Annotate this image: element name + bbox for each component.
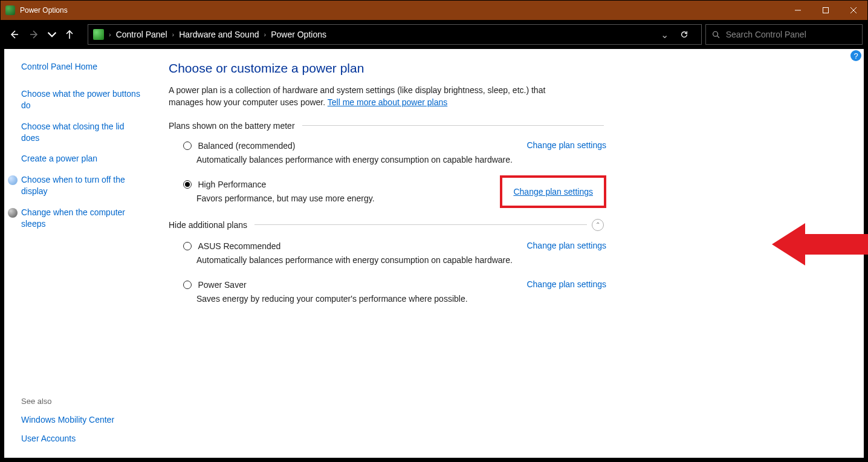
sidebar-create-plan-link[interactable]: Create a power plan (21, 153, 142, 164)
moon-icon (8, 208, 18, 218)
asus-plan-name: ASUS Recommended (198, 241, 280, 251)
search-box[interactable] (705, 24, 863, 45)
svg-point-7 (713, 31, 718, 36)
control-panel-icon (93, 29, 104, 40)
address-bar[interactable]: › Control Panel › Hardware and Sound › P… (88, 24, 702, 45)
chevron-right-icon: › (172, 31, 175, 38)
control-panel-home-link[interactable]: Control Panel Home (21, 61, 152, 73)
intro-text: A power plan is a collection of hardware… (169, 84, 580, 109)
asus-plan-desc: Automatically balances performance with … (196, 255, 526, 265)
section-battery-meter: Plans shown on the battery meter (169, 121, 295, 131)
minimize-button[interactable] (784, 1, 812, 20)
power-saver-plan-name: Power Saver (198, 280, 246, 290)
search-icon (712, 30, 720, 39)
sidebar: Control Panel Home Choose what the power… (4, 49, 161, 458)
recent-dropdown[interactable] (47, 26, 57, 43)
app-icon (5, 5, 15, 15)
svg-marker-9 (772, 223, 868, 265)
mobility-center-link[interactable]: Windows Mobility Center (21, 414, 152, 426)
maximize-button[interactable] (812, 1, 840, 20)
balanced-change-settings-link[interactable]: Change plan settings (526, 140, 606, 150)
user-accounts-link[interactable]: User Accounts (21, 433, 152, 444)
sidebar-turn-off-display-link[interactable]: Choose when to turn off the display (21, 174, 129, 197)
display-icon (8, 175, 18, 185)
nav-bar: › Control Panel › Hardware and Sound › P… (1, 20, 867, 49)
search-input[interactable] (726, 30, 856, 39)
title-bar: Power Options (1, 1, 867, 20)
balanced-radio[interactable] (183, 142, 192, 150)
balanced-plan-desc: Automatically balances performance with … (196, 155, 526, 164)
sidebar-power-buttons-link[interactable]: Choose what the power buttons do (21, 88, 142, 111)
high-performance-plan-name: High Performance (198, 180, 266, 189)
high-performance-radio[interactable] (183, 180, 192, 189)
tell-me-more-link[interactable]: Tell me more about power plans (328, 97, 447, 107)
svg-line-8 (717, 36, 719, 37)
asus-radio[interactable] (183, 242, 192, 250)
chevron-right-icon: › (109, 31, 111, 38)
breadcrumb-root[interactable]: Control Panel (116, 30, 167, 39)
sidebar-closing-lid-link[interactable]: Choose what closing the lid does (21, 121, 142, 144)
arrow-annotation (772, 217, 868, 274)
refresh-button[interactable] (672, 24, 696, 45)
window-title: Power Options (20, 6, 784, 15)
power-saver-change-settings-link[interactable]: Change plan settings (526, 279, 606, 289)
highlight-annotation: Change plan settings (500, 175, 606, 208)
breadcrumb-mid[interactable]: Hardware and Sound (179, 30, 259, 39)
power-saver-plan-desc: Saves energy by reducing your computer's… (196, 294, 526, 304)
page-heading: Choose or customize a power plan (169, 61, 846, 76)
main-content: Choose or customize a power plan A power… (161, 49, 864, 458)
collapse-icon[interactable]: ⌃ (592, 219, 604, 231)
breadcrumb-leaf[interactable]: Power Options (271, 30, 326, 39)
chevron-right-icon: › (264, 31, 266, 38)
close-button[interactable] (840, 1, 867, 20)
chevron-down-icon[interactable]: ⌄ (661, 29, 669, 41)
high-performance-plan-desc: Favors performance, but may use more ene… (196, 194, 500, 203)
up-button[interactable] (61, 26, 78, 43)
asus-change-settings-link[interactable]: Change plan settings (526, 241, 606, 250)
balanced-plan-name: Balanced (recommended) (198, 141, 295, 151)
section-hide-additional[interactable]: Hide additional plans (169, 220, 247, 230)
back-button[interactable] (5, 26, 22, 43)
forward-button[interactable] (26, 26, 43, 43)
sidebar-computer-sleeps-link[interactable]: Change when the computer sleeps (21, 207, 129, 230)
power-saver-radio[interactable] (183, 281, 192, 289)
high-performance-change-settings-link[interactable]: Change plan settings (513, 187, 593, 197)
see-also-label: See also (21, 397, 152, 406)
svg-rect-1 (823, 8, 829, 13)
